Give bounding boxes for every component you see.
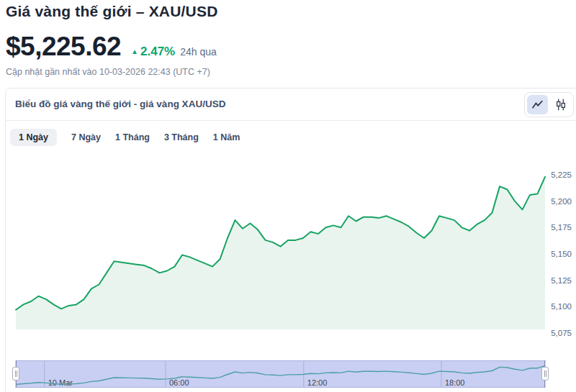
navigator-left-handle[interactable] — [12, 367, 19, 380]
tab-7-days[interactable]: 7 Ngày — [71, 129, 101, 146]
tab-1-year[interactable]: 1 Năm — [213, 129, 240, 146]
page-title: Giá vàng thế giới – XAU/USD — [6, 3, 218, 20]
navigator-right-handle[interactable] — [541, 367, 549, 380]
candlestick-chart-button[interactable] — [550, 95, 571, 114]
svg-text:12:00: 12:00 — [307, 378, 328, 387]
arrow-up-icon: ▲ — [131, 47, 138, 55]
line-chart-icon — [531, 99, 544, 110]
svg-text:18:00: 18:00 — [445, 378, 465, 387]
chart-navigator[interactable]: 10 Mar06:0012:0018:00 — [0, 360, 576, 389]
price-change: ▲2.47% — [131, 45, 175, 59]
candlestick-icon — [555, 99, 567, 111]
change-period: 24h qua — [180, 46, 217, 58]
svg-text:10 Mar: 10 Mar — [48, 378, 73, 387]
current-price: $5,225.62 — [6, 32, 121, 62]
card-divider — [6, 120, 576, 121]
time-range-tabs: 1 Ngày 7 Ngày 1 Tháng 3 Tháng 1 Năm — [10, 129, 240, 146]
tab-1-month[interactable]: 1 Tháng — [115, 129, 150, 146]
change-percent: 2.47% — [140, 45, 175, 59]
grip-icon — [544, 370, 546, 377]
line-chart-button[interactable] — [527, 95, 548, 114]
svg-text:06:00: 06:00 — [169, 378, 189, 387]
price-area-chart[interactable] — [0, 150, 576, 344]
tab-1-day[interactable]: 1 Ngày — [10, 129, 57, 146]
last-updated-text: Cập nhật gần nhất vào 10-03-2026 22:43 (… — [6, 67, 210, 77]
gold-price-page: Giá vàng thế giới – XAU/USD $5,225.62 ▲2… — [0, 0, 576, 392]
chart-type-toggle — [524, 92, 574, 117]
price-row: $5,225.62 ▲2.47% 24h qua — [6, 32, 217, 62]
tab-3-months[interactable]: 3 Tháng — [164, 129, 199, 146]
chart-card-title: Biểu đồ giá vàng thế giới - giá vàng XAU… — [15, 88, 225, 121]
grip-icon — [15, 370, 17, 377]
